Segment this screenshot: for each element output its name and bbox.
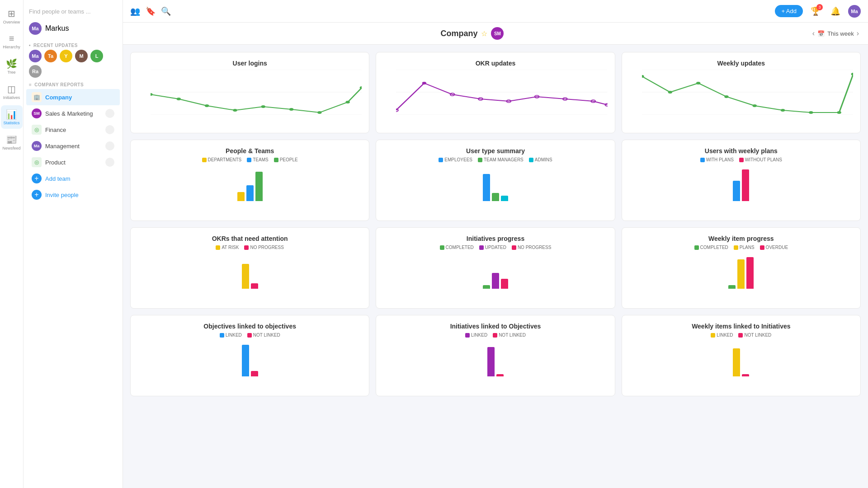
- bookmark-icon[interactable]: 🔖: [146, 6, 156, 16]
- nav-statistics-label: Statistics: [3, 121, 19, 125]
- nav-tree[interactable]: 🌿 Tree: [1, 55, 23, 78]
- avatar-y[interactable]: Y: [60, 50, 72, 62]
- avatar-ta[interactable]: Ta: [44, 50, 57, 62]
- svg-point-11: [360, 86, 362, 89]
- avatar-ma[interactable]: Ma: [29, 50, 42, 62]
- nav-overview-label: Overview: [3, 20, 20, 24]
- people-teams-icon[interactable]: 👥: [130, 6, 140, 16]
- team-managers-bar: [492, 193, 499, 201]
- statistics-icon: 📊: [6, 109, 17, 120]
- initiatives-icon: ◫: [7, 84, 16, 94]
- nav-hierarchy[interactable]: ≡ Hierarchy: [1, 30, 23, 53]
- topbar: 👥 🔖 🔍 + Add 🏆 3 🔔 Ma: [123, 0, 868, 23]
- trophy-badge: 3: [816, 4, 823, 10]
- overdue-bar: [746, 257, 754, 289]
- okrs-attention-legend: AT RISK NO PROGRESS: [138, 245, 362, 250]
- people-teams-legend: DEPARTMENTS TEAMS PEOPLE: [138, 157, 362, 162]
- star-icon[interactable]: ☆: [481, 29, 487, 38]
- avatar-m[interactable]: M: [75, 50, 88, 62]
- sidebar-item-sales-marketing[interactable]: SM Sales & Marketing: [26, 105, 120, 122]
- svg-point-7: [261, 105, 265, 108]
- management-label: Management: [45, 143, 80, 150]
- sidebar-item-company[interactable]: 🏢 Company: [26, 89, 120, 105]
- svg-point-33: [809, 111, 813, 114]
- avatar-l[interactable]: L: [90, 50, 103, 62]
- finance-label: Finance: [45, 127, 66, 133]
- user-logins-card: User logins 4924.50: [130, 52, 369, 133]
- admins-bar: [501, 196, 508, 201]
- calendar-icon: 📅: [817, 30, 825, 37]
- main-content: 👥 🔖 🔍 + Add 🏆 3 🔔 Ma Company ☆ SM ‹: [123, 0, 868, 488]
- nav-overview[interactable]: ⊞ Overview: [1, 5, 23, 28]
- initiatives-progress-title: Initiatives progress: [383, 235, 607, 242]
- okrs-attention-title: OKRs that need attention: [138, 235, 362, 242]
- search-icon[interactable]: 🔍: [161, 6, 171, 16]
- svg-point-31: [752, 104, 756, 107]
- obj-not-linked-bar: [251, 371, 258, 376]
- nav-initiatives[interactable]: ◫ Initiatives: [1, 80, 23, 103]
- user-logins-title: User logins: [138, 60, 362, 67]
- nav-newsfeed[interactable]: 📰 Newsfeed: [1, 131, 23, 154]
- weekly-items-linked-legend: LINKED NOT LINKED: [629, 333, 853, 338]
- newsfeed-icon: 📰: [6, 134, 17, 145]
- sidebar-item-finance[interactable]: ◎ Finance: [26, 122, 120, 138]
- invite-people-button[interactable]: + Invite people: [26, 187, 120, 203]
- initiatives-linked-chart: [383, 342, 607, 378]
- tree-icon: 🌿: [6, 58, 17, 69]
- svg-point-16: [422, 82, 426, 84]
- user-menu-avatar[interactable]: Ma: [848, 5, 861, 18]
- trophy-button[interactable]: 🏆 3: [808, 4, 823, 19]
- no-progress-bar2: [501, 279, 508, 289]
- sm-avatar: SM: [32, 108, 42, 118]
- weekly-updates-title: Weekly updates: [629, 60, 853, 67]
- notifications-button[interactable]: 🔔: [828, 4, 843, 19]
- sidebar-user: Ma Markus: [24, 19, 123, 38]
- overview-icon: ⊞: [8, 8, 15, 19]
- user-type-legend: EMPLOYEES TEAM MANAGERS ADMINS: [383, 157, 607, 162]
- users-weekly-plans-card: Users with weekly plans WITH PLANS WITHO…: [622, 140, 861, 221]
- weekly-updates-chart: [642, 70, 853, 115]
- svg-point-29: [696, 82, 700, 84]
- add-team-button[interactable]: + Add team: [26, 170, 120, 187]
- svg-point-5: [205, 104, 209, 107]
- page-title: Company: [440, 29, 477, 38]
- invite-people-icon: +: [32, 190, 42, 200]
- users-weekly-plans-chart: [629, 167, 853, 203]
- company-reports-section: ≡ COMPANY REPORTS: [24, 78, 123, 89]
- people-teams-title: People & Teams: [138, 147, 362, 155]
- svg-point-30: [724, 95, 728, 98]
- dashboard: User logins 4924.50: [123, 45, 868, 488]
- nav-initiatives-label: Initiatives: [3, 95, 20, 100]
- svg-point-3: [151, 93, 153, 96]
- weekly-items-linked-title: Weekly items linked to Initiatives: [629, 323, 853, 330]
- user-type-chart: [383, 167, 607, 203]
- without-plans-bar: [742, 169, 749, 201]
- svg-point-28: [668, 91, 672, 94]
- svg-point-35: [851, 73, 853, 75]
- search-input[interactable]: Find people or teams ...: [24, 5, 123, 19]
- objectives-linked-chart: [138, 342, 362, 378]
- initiatives-progress-legend: COMPLETED UPDATED NO PROGRESS: [383, 245, 607, 250]
- weekly-linked-bar: [733, 348, 740, 376]
- weekly-item-progress-legend: COMPLETED PLANS OVERDUE: [629, 245, 853, 250]
- objectives-linked-card: Objectives linked to objectives LINKED N…: [130, 315, 369, 396]
- next-week-button[interactable]: ›: [857, 29, 859, 38]
- weekly-items-linked-chart: [629, 342, 853, 378]
- weekly-items-linked-card: Weekly items linked to Initiatives LINKE…: [622, 315, 861, 396]
- svg-point-8: [289, 108, 293, 111]
- weekly-item-progress-card: Weekly item progress COMPLETED PLANS OVE…: [622, 227, 861, 309]
- week-label: This week: [827, 30, 854, 37]
- nav-statistics[interactable]: 📊 Statistics: [1, 105, 23, 129]
- product-label: Product: [45, 159, 66, 166]
- sm-badge: [105, 109, 114, 118]
- avatar-ra[interactable]: Ra: [29, 65, 42, 78]
- topbar-right: + Add 🏆 3 🔔 Ma: [775, 4, 861, 19]
- okr-updates-chart: [396, 70, 607, 115]
- sidebar-item-product[interactable]: ◎ Product: [26, 154, 120, 170]
- add-button[interactable]: + Add: [775, 5, 803, 17]
- prev-week-button[interactable]: ‹: [812, 29, 815, 38]
- sidebar-item-management[interactable]: Ma Management: [26, 138, 120, 154]
- people-bar: [255, 172, 263, 201]
- initiatives-linked-card: Initiatives linked to Objectives LINKED …: [376, 315, 615, 396]
- at-risk-bar: [242, 264, 249, 289]
